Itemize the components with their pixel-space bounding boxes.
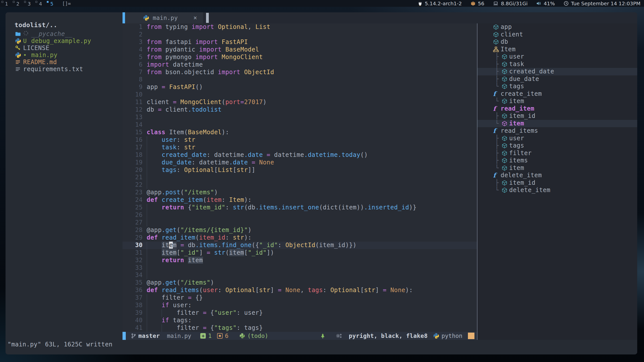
code-line-6[interactable]: 6import datetime: [123, 61, 477, 69]
code-token: str: [364, 287, 375, 294]
code-line-27[interactable]: 27: [123, 219, 477, 227]
symbol-app[interactable]: app: [477, 23, 637, 31]
code-line-7[interactable]: 7from bson.objectid import ObjectId: [123, 69, 477, 76]
symbol-user[interactable]: ├user: [477, 53, 637, 61]
file-tree-item-requirements-txt[interactable]: requirements.txt: [6, 66, 123, 73]
symbol-filter[interactable]: ├filter: [477, 150, 637, 157]
code-line-41[interactable]: 41 filter = {"tags": tags}: [123, 324, 477, 332]
workspace-button-4[interactable]: 4: [34, 0, 45, 7]
code-token: user:: [169, 302, 191, 309]
symbol-item[interactable]: └item: [477, 120, 637, 127]
symbol-Item[interactable]: Item: [477, 46, 637, 53]
code-token: Optional: [330, 287, 360, 294]
code-line-11[interactable]: 11client = MongoClient(port=27017): [123, 99, 477, 106]
code-line-17[interactable]: 17 task: str: [123, 144, 477, 151]
workspace-button-3[interactable]: 3: [23, 0, 34, 7]
code-line-32[interactable]: 32 return item: [123, 257, 477, 264]
code-line-26[interactable]: 26: [123, 211, 477, 219]
symbol-due_date[interactable]: ├due_date: [477, 75, 637, 83]
code-line-38[interactable]: 38 if user:: [123, 302, 477, 309]
code-line-23[interactable]: 23@app.post("/items"): [123, 189, 477, 196]
tab-close-icon[interactable]: ×: [193, 14, 197, 21]
code-line-28[interactable]: 28@app.get("/items/{item_id}"): [123, 227, 477, 234]
symbol-db[interactable]: db: [477, 38, 637, 46]
symbol-create_item[interactable]: fcreate_item: [477, 90, 637, 98]
code-line-15[interactable]: 15class Item(BaseModel):: [123, 129, 477, 136]
code-line-21[interactable]: 21: [123, 174, 477, 181]
code-line-2[interactable]: 2: [123, 31, 477, 38]
code-line-1[interactable]: 1from typing import Optional, List: [123, 23, 477, 31]
code-line-25[interactable]: 25 return {"item_id": str(db.items.inser…: [123, 204, 477, 211]
code-line-14[interactable]: 14: [123, 121, 477, 129]
code-line-18[interactable]: 18 created_date: datetime.date = datetim…: [123, 151, 477, 159]
variable-cube-icon: [502, 158, 509, 163]
tab-main-py[interactable]: main.py ×: [125, 12, 203, 23]
symbol-task[interactable]: ├task: [477, 61, 637, 68]
code-line-37[interactable]: 37 filter = {}: [123, 294, 477, 302]
file-tree-item-readme-md[interactable]: README.md: [6, 59, 123, 66]
symbol-delete_item[interactable]: fdelete_item: [477, 172, 637, 179]
symbol-item_id[interactable]: ├item_id: [477, 179, 637, 187]
symbol-delete_item[interactable]: └delete_item: [477, 187, 637, 194]
code-editor[interactable]: 1from typing import Optional, List23from…: [123, 23, 477, 332]
code-line-20[interactable]: 20 tags: Optional[List[str]]: [123, 166, 477, 174]
code-line-12[interactable]: 12db = client.todolist: [123, 106, 477, 114]
code-token: Item(: [166, 129, 188, 136]
code-line-36[interactable]: 36def read_items(user: Optional[str] = N…: [123, 287, 477, 294]
code-token: [177, 99, 180, 106]
code-line-40[interactable]: 40 if tags:: [123, 317, 477, 324]
file-tree-item--pycache-[interactable]: ›__pycache__: [6, 30, 123, 37]
code-token: .insert_one: [278, 204, 319, 211]
variable-cube-icon: [493, 24, 501, 30]
code-line-24[interactable]: 24def create_item(item: Item):: [123, 196, 477, 204]
code-token: [218, 54, 222, 61]
code-token: due_date: [162, 159, 192, 166]
file-tree-item-debug-example-py[interactable]: Udebug_example.py: [6, 37, 123, 44]
symbol-tags[interactable]: ├tags: [477, 142, 637, 150]
symbol-created_date[interactable]: ├created_date: [477, 68, 637, 75]
code-token: :: [177, 144, 184, 151]
code-token: (: [177, 227, 180, 234]
symbol-tags[interactable]: └tags: [477, 83, 637, 90]
symbol-client[interactable]: client: [477, 31, 637, 38]
code-line-34[interactable]: 34: [123, 272, 477, 279]
code-line-13[interactable]: 13: [123, 114, 477, 121]
file-tree-item-license[interactable]: LICENSE: [6, 44, 123, 52]
workspace-button-1[interactable]: 1: [0, 0, 11, 7]
workspace-button-2[interactable]: 2: [11, 0, 23, 7]
code-line-4[interactable]: 4from pydantic import BaseModel: [123, 46, 477, 54]
workspace-button-5[interactable]: 5: [45, 0, 57, 7]
code-token: [222, 46, 225, 53]
symbol-items[interactable]: ├items: [477, 157, 637, 164]
code-line-3[interactable]: 3from fastapi import FastAPI: [123, 38, 477, 46]
code-line-22[interactable]: 22: [123, 181, 477, 189]
topbar-module-text: 41%: [544, 1, 555, 7]
code-line-16[interactable]: 16 user: str: [123, 136, 477, 144]
symbol-read_item[interactable]: fread_item: [477, 105, 637, 113]
code-line-10[interactable]: 10: [123, 91, 477, 99]
file-tree-item-main-py[interactable]: •main.py: [6, 52, 123, 59]
code-line-5[interactable]: 5from pymongo import MongoClient: [123, 54, 477, 61]
variable-cube-icon: [502, 61, 509, 67]
code-line-39[interactable]: 39 filter = {"user": user}: [123, 309, 477, 317]
code-line-31[interactable]: 31 item["_id"] = str(item["_id"]): [123, 249, 477, 257]
code-line-30[interactable]: 30 item = db.items.find_one({"_id": Obje…: [123, 242, 477, 249]
symbol-label: item: [509, 120, 524, 127]
code-line-8[interactable]: 8: [123, 76, 477, 83]
code-line-29[interactable]: 29def read_item(item_id: str):: [123, 234, 477, 242]
symbol-item[interactable]: └item: [477, 98, 637, 105]
symbol-read_items[interactable]: fread_items: [477, 127, 637, 135]
symbol-user[interactable]: ├user: [477, 135, 637, 142]
symbol-item[interactable]: └item: [477, 164, 637, 172]
code-line-35[interactable]: 35@app.get("/items"): [123, 279, 477, 287]
symbol-item_id[interactable]: ├item_id: [477, 112, 637, 120]
line-number: 38: [123, 302, 143, 309]
code-token: filter: [147, 309, 203, 316]
code-token: [: [255, 287, 259, 294]
code-line-19[interactable]: 19 due_date: datetime.date = None: [123, 159, 477, 166]
code-token: [147, 249, 162, 256]
code-line-9[interactable]: 9app = FastAPI(): [123, 83, 477, 91]
code-token: "/items": [184, 189, 214, 196]
file-explorer-panel: todolist/.. ›__pycache__Udebug_example.p…: [6, 12, 123, 340]
code-line-33[interactable]: 33: [123, 264, 477, 272]
